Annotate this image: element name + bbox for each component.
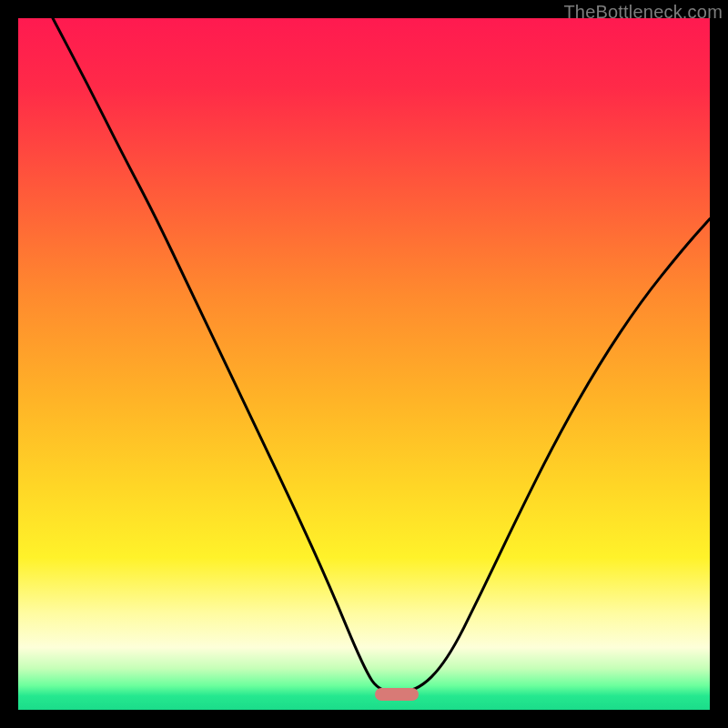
optimum-marker — [375, 688, 419, 701]
bottleneck-curve — [18, 18, 710, 710]
watermark-text: TheBottleneck.com — [563, 2, 723, 23]
chart-frame — [18, 18, 710, 710]
